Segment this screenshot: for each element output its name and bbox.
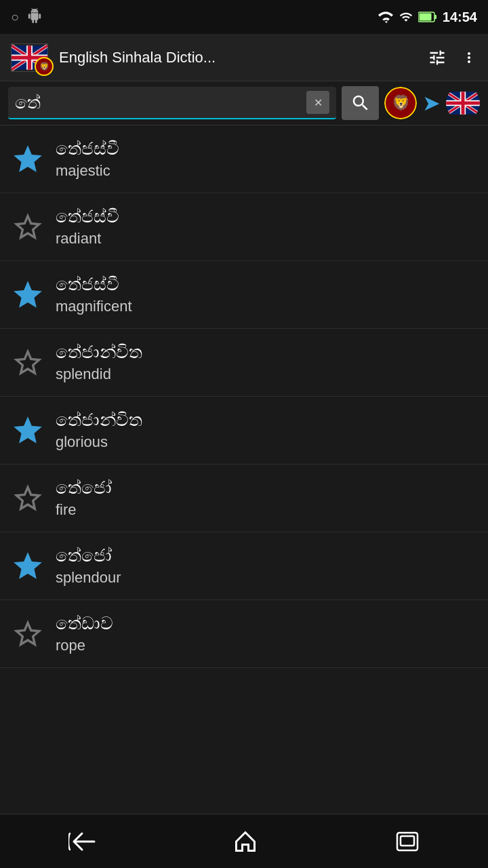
app-logo: 🦁 — [11, 43, 48, 72]
dict-content: තේජෝ splendour — [56, 545, 477, 587]
battery-icon — [418, 11, 437, 23]
dict-content: තේඩාව rope — [56, 613, 477, 654]
signal-icon — [399, 10, 413, 24]
search-icon — [350, 93, 371, 113]
list-item[interactable]: තේජස්වී radiant — [0, 193, 488, 261]
bottom-nav — [0, 814, 488, 868]
sinhala-word: තේජස්වී — [56, 274, 477, 295]
clock: 14:54 — [443, 9, 477, 25]
dict-content: තේජෝ fire — [56, 477, 477, 519]
sinhala-word: තේජාන්විත — [56, 410, 477, 431]
star-outline-icon[interactable] — [11, 617, 45, 651]
star-filled-icon[interactable] — [11, 278, 45, 312]
list-item[interactable]: තේජස්වී majestic — [0, 125, 488, 193]
svg-rect-1 — [434, 15, 436, 19]
english-word: majestic — [56, 162, 477, 180]
app-bar: 🦁 English Sinhala Dictio... — [0, 34, 488, 81]
list-item[interactable]: තේජාන්විත glorious — [0, 397, 488, 465]
english-word: magnificent — [56, 298, 477, 315]
sinhala-word: තේජස්වී — [56, 138, 477, 159]
english-word: glorious — [56, 433, 477, 451]
language-swap-arrow[interactable]: ➤ — [422, 90, 441, 116]
filter-icon[interactable] — [427, 48, 447, 67]
english-word: splendid — [56, 366, 477, 383]
star-filled-icon[interactable] — [11, 142, 45, 176]
star-filled-icon[interactable] — [11, 414, 45, 448]
star-filled-icon[interactable] — [11, 549, 45, 583]
app-title: English Sinhala Dictio... — [59, 49, 416, 66]
search-input[interactable] — [15, 92, 306, 113]
status-bar: ○ 14:54 — [0, 0, 488, 34]
english-word: fire — [56, 501, 477, 519]
star-outline-icon[interactable] — [11, 346, 45, 380]
search-button[interactable] — [342, 86, 379, 120]
sinhala-word: තේජෝ — [56, 545, 477, 566]
recents-button[interactable] — [375, 823, 440, 861]
list-item[interactable]: තේජෝ fire — [0, 465, 488, 532]
dict-content: තේජාන්විත splendid — [56, 342, 477, 383]
more-icon[interactable] — [461, 48, 477, 67]
sinhala-word: තේඩාව — [56, 613, 477, 634]
app-bar-actions — [427, 48, 477, 67]
sinhala-word: තේජස්වී — [56, 206, 477, 227]
english-word: splendour — [56, 569, 477, 587]
android-icon — [27, 8, 42, 26]
list-item[interactable]: තේජෝ splendour — [0, 532, 488, 600]
dictionary-list: තේජස්වී majestic තේජස්වී radiant තේජස්වී… — [0, 125, 488, 814]
english-flag-button[interactable] — [446, 86, 480, 120]
home-button[interactable] — [213, 823, 278, 861]
clear-button[interactable]: ✕ — [306, 91, 329, 114]
sinhala-word: තේජාන්විත — [56, 342, 477, 363]
list-item[interactable]: තේජාන්විත splendid — [0, 329, 488, 397]
sinhala-word: තේජෝ — [56, 477, 477, 498]
search-bar: ✕ 🦁 ➤ — [0, 81, 488, 125]
star-outline-icon[interactable] — [11, 481, 45, 515]
list-item[interactable]: තේඩාව rope — [0, 600, 488, 668]
list-item[interactable]: තේජස්වී magnificent — [0, 261, 488, 329]
wifi-icon — [378, 10, 394, 24]
svg-rect-6 — [401, 836, 414, 846]
star-outline-icon[interactable] — [11, 210, 45, 244]
search-input-container[interactable]: ✕ — [8, 87, 336, 119]
english-word: rope — [56, 637, 477, 654]
bulb-icon: ○ — [11, 9, 19, 25]
dict-content: තේජාන්විත glorious — [56, 410, 477, 451]
dict-content: තේජස්වී majestic — [56, 138, 477, 180]
uk-flag-icon — [446, 86, 480, 120]
svg-rect-2 — [419, 14, 431, 21]
dict-content: තේජස්වී magnificent — [56, 274, 477, 315]
dict-content: තේජස්වී radiant — [56, 206, 477, 248]
sinhala-flag-button[interactable]: 🦁 — [384, 87, 417, 119]
english-word: radiant — [56, 230, 477, 248]
back-button[interactable] — [48, 824, 116, 859]
